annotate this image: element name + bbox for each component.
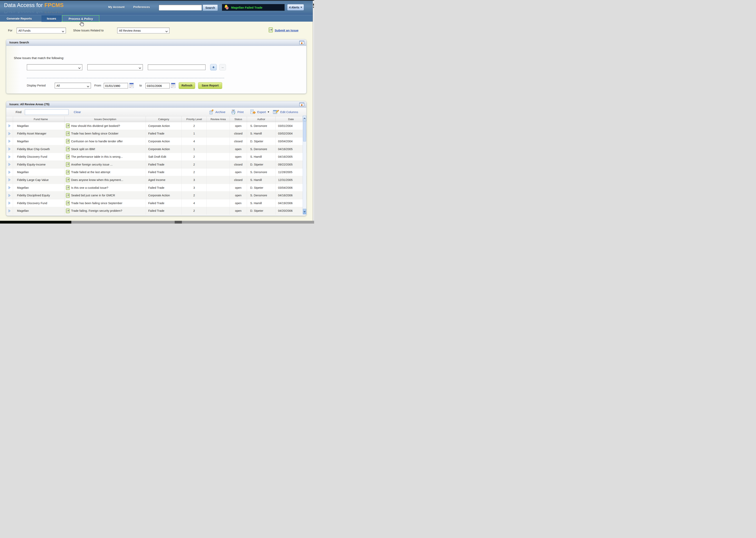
edit-columns-button[interactable]: Edit Columns xyxy=(273,109,298,115)
criteria-field-select[interactable] xyxy=(27,64,82,70)
table-row[interactable]: Fidelity Discovery Fund ? The performanc… xyxy=(6,153,306,161)
column-header-status[interactable]: Status xyxy=(229,117,247,122)
row-expander[interactable] xyxy=(6,191,13,199)
cell-date: 04/19/2006 xyxy=(276,199,306,207)
row-expander[interactable] xyxy=(6,161,13,169)
table-row[interactable]: Magellan ? How should this dividend get … xyxy=(6,122,306,130)
collapse-panel-button[interactable] xyxy=(299,41,304,44)
print-button[interactable]: Print xyxy=(231,109,244,115)
issues-search-panel-body: Show Issues that match the following: + … xyxy=(6,46,306,93)
calendar-icon[interactable] xyxy=(171,83,175,88)
row-expander[interactable] xyxy=(6,184,13,192)
cell-category: Corporate Action xyxy=(146,122,181,130)
archive-button[interactable]: Archive xyxy=(209,109,225,115)
row-expander[interactable] xyxy=(6,153,13,161)
expand-triangle-icon xyxy=(8,147,11,150)
expand-triangle-icon xyxy=(8,163,11,166)
issue-doc-icon: ? xyxy=(66,201,70,205)
export-button[interactable]: Export xyxy=(250,109,269,115)
from-date-input[interactable] xyxy=(104,83,128,88)
scrollbar-thumb[interactable] xyxy=(303,122,306,141)
collapse-panel-button[interactable] xyxy=(299,102,304,106)
refresh-button[interactable]: Refresh xyxy=(179,82,195,89)
review-area-filter-select[interactable]: All Review Areas xyxy=(117,27,169,33)
issue-doc-icon: ? xyxy=(66,147,70,151)
tab-issues[interactable]: Issues xyxy=(41,15,61,22)
find-input[interactable] xyxy=(25,109,69,115)
table-row[interactable]: Magellan ? Trade failed at the last atte… xyxy=(6,169,306,176)
criteria-operator-select[interactable] xyxy=(87,64,143,70)
tab-generate-reports[interactable]: Generate Reports xyxy=(7,15,32,22)
row-expander[interactable] xyxy=(6,176,13,184)
criteria-value-input[interactable] xyxy=(148,65,206,70)
row-expander[interactable] xyxy=(6,199,13,207)
scroll-down-button[interactable] xyxy=(303,209,306,214)
cell-category: Failed Trade xyxy=(146,184,181,192)
svg-text:?: ? xyxy=(68,132,69,135)
submit-issue-link[interactable]: ? Submit an Issue xyxy=(269,27,298,33)
cell-status: closed xyxy=(229,176,247,184)
table-row[interactable]: Magellan ? Trade failing. Foreign securi… xyxy=(6,207,306,215)
app-logo: Data Access for FPCMS Data Access for FP… xyxy=(4,2,64,14)
row-expander[interactable] xyxy=(6,145,13,153)
cell-fund-name: Magellan xyxy=(13,137,65,145)
table-row[interactable]: Magellan ? Is this one a custodial issue… xyxy=(6,184,306,192)
cell-review-area xyxy=(207,161,229,169)
calendar-icon[interactable] xyxy=(129,83,134,88)
row-expander[interactable] xyxy=(6,169,13,176)
table-row[interactable]: Fidelity Disciplined Equity ? Sealed bid… xyxy=(6,191,306,199)
svg-text:?: ? xyxy=(68,209,69,212)
issue-description-text: The performance table in this is wrong..… xyxy=(71,155,123,158)
fund-filter-select[interactable]: All Funds xyxy=(17,27,66,33)
remove-criteria-button[interactable]: – xyxy=(220,64,226,71)
cell-issue-description: ? Is this one a custodial issue? xyxy=(65,184,146,192)
column-header-date[interactable]: Date xyxy=(276,117,306,122)
table-row[interactable]: Fidelity Large Cap Value ? Does anyone k… xyxy=(6,176,306,184)
display-period-select[interactable]: All xyxy=(55,83,91,88)
row-expander[interactable] xyxy=(6,130,13,138)
alert-bell-icon: 1 xyxy=(224,4,229,11)
column-header-author[interactable]: Author xyxy=(247,117,276,122)
cell-status: closed xyxy=(229,137,247,145)
cell-priority-level: 1 xyxy=(181,145,207,153)
column-header-review-area[interactable]: Review Area xyxy=(207,117,229,122)
issue-description-text: Trade failing. Foreign security problem? xyxy=(71,209,122,212)
row-expander[interactable] xyxy=(6,207,13,215)
archive-icon xyxy=(209,109,214,115)
table-row[interactable]: Fidelity Asset Manager ? Trade has been … xyxy=(6,130,306,138)
row-expander[interactable] xyxy=(6,137,13,145)
print-icon xyxy=(231,109,236,115)
to-date-input[interactable] xyxy=(146,83,170,88)
svg-text:?: ? xyxy=(68,194,69,197)
table-scrollbar[interactable] xyxy=(303,116,306,214)
scroll-up-button[interactable] xyxy=(303,116,306,121)
column-header-priority-level[interactable]: Priority Level xyxy=(181,117,207,122)
nav-my-account[interactable]: My Account xyxy=(108,5,125,9)
clear-link[interactable]: Clear xyxy=(74,110,81,114)
cell-issue-description: ? How should this dividend get booked? xyxy=(65,122,146,130)
column-header-issues-description[interactable]: Issues Description xyxy=(65,117,146,122)
issue-description-text: Trade has been failing since October xyxy=(71,132,118,135)
table-row[interactable]: Magellan ? Confusion on how to handle te… xyxy=(6,137,306,145)
header-search-input[interactable] xyxy=(158,5,202,11)
table-row[interactable]: Fidelity Blue Chip Growth ? Stock split … xyxy=(6,145,306,153)
issue-doc-icon: ? xyxy=(66,154,70,159)
add-criteria-button[interactable]: + xyxy=(210,64,217,71)
header-search-button[interactable]: Search xyxy=(203,5,218,11)
issue-description-text: Does anyone know when this payment... xyxy=(71,178,123,182)
alerts-dropdown-button[interactable]: 4 Alerts xyxy=(287,4,304,10)
table-row[interactable]: Fidelity Equity-Income ? Another foreign… xyxy=(6,161,306,169)
nav-preferences[interactable]: Preferences xyxy=(133,5,150,9)
table-row[interactable]: Fidelity Discovery Fund ? Trade has been… xyxy=(6,199,306,207)
alert-ticker[interactable]: 1 Magellan Failed Trade xyxy=(222,4,284,11)
issue-doc-icon: ? xyxy=(66,193,70,198)
cell-date: 03/01/2004 xyxy=(276,122,306,130)
save-report-button[interactable]: Save Report xyxy=(198,82,222,89)
issues-search-panel-header: Issues Search xyxy=(6,39,306,46)
row-expander[interactable] xyxy=(6,122,13,130)
column-header-category[interactable]: Category xyxy=(146,117,181,122)
column-header-fund-name[interactable]: Fund Name xyxy=(13,117,65,122)
cell-status: closed xyxy=(229,130,247,138)
svg-text:?: ? xyxy=(68,125,69,128)
export-icon xyxy=(250,109,256,115)
